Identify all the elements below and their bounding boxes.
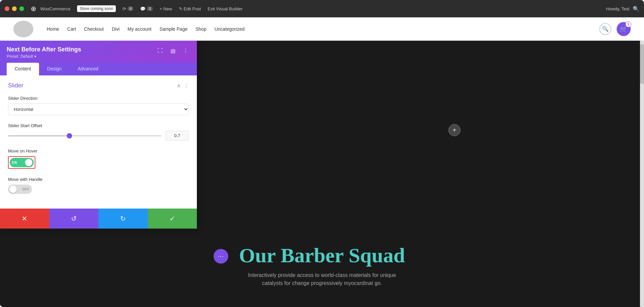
edit-post-item[interactable]: ✎ Edit Post — [176, 3, 204, 14]
site-search-button[interactable]: 🔍 — [599, 23, 611, 35]
panel-title: Next Before After Settings — [7, 46, 155, 53]
barber-title: Our Barber Squad — [239, 244, 405, 267]
sync-icon: ⟳ — [122, 6, 126, 11]
slider-direction-field: Slider Direction Horizontal Vertical — [8, 96, 189, 115]
site-nav: Home Cart Checkout Divi My account Sampl… — [0, 17, 644, 41]
minimize-button[interactable] — [12, 6, 17, 11]
move-on-hover-label: Move on Hover — [8, 148, 189, 154]
nav-uncategorized[interactable]: Uncategorized — [215, 26, 245, 32]
search-icon[interactable]: 🔍 — [633, 6, 639, 12]
add-content-button[interactable]: + — [448, 124, 460, 136]
save-icon: ✓ — [170, 215, 175, 223]
slider-track[interactable] — [8, 135, 162, 136]
move-on-hover-field: Move on Hover ON — [8, 148, 189, 169]
panel-tabs: Content Design Advanced — [0, 63, 197, 75]
slider-value[interactable]: 0.7 — [166, 131, 189, 140]
site-logo — [13, 21, 33, 37]
toggle-knob — [25, 159, 32, 166]
more-options-bubble[interactable]: ··· — [214, 249, 228, 264]
settings-panel: Next Before After Settings Preset: Defau… — [0, 41, 197, 229]
nav-checkout[interactable]: Checkout — [84, 26, 104, 32]
panel-section-header: Slider ∧ ⋮ — [8, 82, 189, 89]
panel-actions: ✕ ↺ ↻ ✓ — [0, 209, 197, 229]
store-status-item[interactable]: Store coming soon — [74, 3, 118, 14]
panel-header-icons: ⛶ ▤ ⋮ — [155, 46, 190, 55]
section-title: Slider — [8, 82, 23, 89]
woocommerce-menu-item[interactable]: WooCommerce — [38, 3, 73, 14]
cancel-button[interactable]: ✕ — [0, 209, 49, 229]
slider-thumb[interactable] — [67, 133, 72, 138]
scrollbar[interactable] — [640, 41, 644, 307]
search-icon: 🔍 — [602, 26, 609, 32]
slider-direction-label: Slider Direction — [8, 96, 189, 101]
nav-cart[interactable]: Cart — [67, 26, 76, 32]
nav-divi[interactable]: Divi — [112, 26, 119, 32]
section-controls: ∧ ⋮ — [177, 82, 189, 89]
page-builder: + Our Barber Squad Interactively provide… — [0, 41, 644, 307]
maximize-button[interactable] — [19, 6, 24, 11]
toggle-container: ON — [8, 156, 189, 169]
sync-count: 8 — [127, 6, 133, 11]
save-button[interactable]: ✓ — [148, 209, 197, 229]
cancel-icon: ✕ — [22, 215, 27, 223]
scrollbar-thumb[interactable] — [640, 44, 644, 84]
undo-button[interactable]: ↺ — [49, 209, 99, 229]
nav-sample-page[interactable]: Sample Page — [159, 26, 188, 32]
redo-button[interactable]: ↻ — [98, 209, 148, 229]
nav-home[interactable]: Home — [47, 26, 59, 32]
panel-preset[interactable]: Preset: Default ▾ — [7, 54, 155, 59]
slider-direction-select[interactable]: Horizontal Vertical — [8, 103, 189, 115]
move-on-hover-highlight: ON — [8, 156, 35, 169]
slider-start-offset-label: Slider Start Offset — [8, 123, 189, 128]
tab-content[interactable]: Content — [7, 63, 39, 75]
undo-icon: ↺ — [71, 215, 77, 223]
panel-more-icon[interactable]: ⋮ — [181, 46, 190, 55]
cart-count: 1 — [625, 21, 631, 27]
panel-layout-icon[interactable]: ▤ — [168, 46, 178, 55]
panel-body: Slider ∧ ⋮ Slider Direction Horizontal V… — [0, 75, 197, 209]
slider-start-offset-field: Slider Start Offset 0.7 — [8, 123, 189, 140]
toggle-on-label: ON — [12, 161, 17, 165]
close-button[interactable] — [5, 6, 9, 11]
site-nav-right: 🔍 🛒 1 — [599, 22, 631, 36]
toggle-off-container: OFF — [8, 185, 189, 194]
barber-section: Our Barber Squad Interactively provide a… — [0, 224, 644, 307]
move-with-handle-field: Move with Handle OFF — [8, 177, 189, 194]
exit-builder-label: Exit Visual Builder — [208, 6, 243, 11]
slider-row: 0.7 — [8, 131, 189, 140]
new-menu-item[interactable]: + New — [157, 3, 175, 14]
edit-post-label: ✎ Edit Post — [179, 6, 201, 11]
tab-design[interactable]: Design — [39, 63, 70, 75]
cart-button[interactable]: 🛒 1 — [617, 22, 631, 36]
section-collapse-icon[interactable]: ∧ — [177, 82, 181, 89]
window-frame: ⊕ WooCommerce Store coming soon ⟳ 8 💬 0 … — [0, 0, 644, 307]
panel-expand-icon[interactable]: ⛶ — [155, 46, 165, 55]
store-coming-soon-badge: Store coming soon — [77, 5, 116, 12]
section-menu-icon[interactable]: ⋮ — [184, 82, 189, 89]
toggle-off-knob — [9, 186, 17, 193]
comment-count: 0 — [147, 6, 153, 11]
barber-subtitle: Interactively provide access to world-cl… — [239, 271, 405, 287]
panel-header: Next Before After Settings Preset: Defau… — [0, 41, 197, 63]
wordpress-icon[interactable]: ⊕ — [31, 5, 36, 13]
move-on-hover-toggle[interactable]: ON — [10, 158, 34, 167]
tab-advanced[interactable]: Advanced — [70, 63, 106, 75]
slider-fill — [8, 135, 69, 136]
exit-builder-item[interactable]: Exit Visual Builder — [205, 3, 245, 14]
move-with-handle-toggle[interactable]: OFF — [8, 185, 32, 194]
nav-shop[interactable]: Shop — [196, 26, 207, 32]
nav-my-account[interactable]: My account — [127, 26, 151, 32]
admin-bar: ⊕ WooCommerce Store coming soon ⟳ 8 💬 0 … — [28, 3, 602, 14]
woocommerce-label: WooCommerce — [40, 6, 70, 11]
title-bar: ⊕ WooCommerce Store coming soon ⟳ 8 💬 0 … — [0, 0, 644, 17]
traffic-lights — [5, 6, 24, 11]
comment-icon: 💬 — [140, 6, 145, 11]
howdy-label: Howdy, Test — [606, 6, 629, 11]
redo-icon: ↻ — [120, 215, 126, 223]
sync-item[interactable]: ⟳ 8 — [120, 3, 136, 14]
admin-bar-right: Howdy, Test 🔍 — [606, 6, 639, 12]
comments-item[interactable]: 💬 0 — [137, 3, 155, 14]
panel-title-area: Next Before After Settings Preset: Defau… — [7, 46, 155, 59]
site-nav-links: Home Cart Checkout Divi My account Sampl… — [47, 26, 599, 32]
main-content: Home Cart Checkout Divi My account Sampl… — [0, 17, 644, 307]
